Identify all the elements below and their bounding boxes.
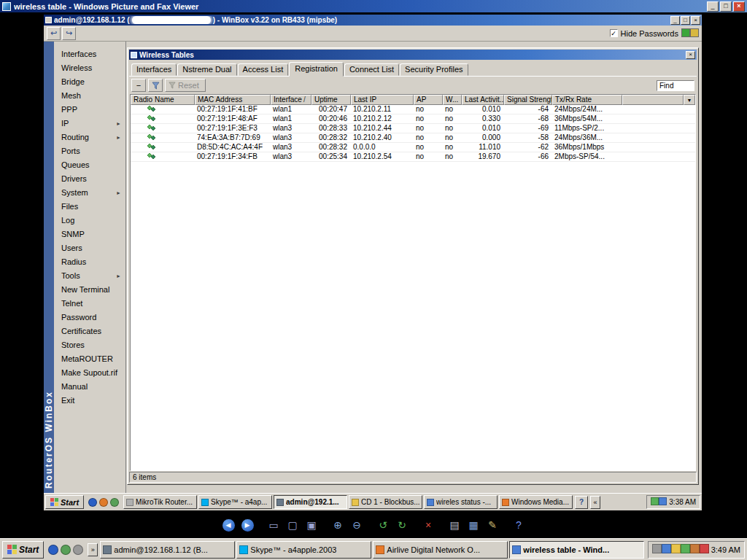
sidebar-item-ports[interactable]: Ports [54, 144, 125, 158]
chevron-right-icon[interactable]: » [88, 543, 98, 556]
undo-button[interactable]: ↩ [47, 27, 61, 40]
column-header-last-ip[interactable]: Last IP [351, 95, 414, 105]
edit-button[interactable]: ✎ [485, 518, 500, 532]
tab-interfaces[interactable]: Interfaces [131, 63, 177, 76]
task-button-airlive[interactable]: Airlive Digital Network O... [373, 541, 508, 559]
start-button[interactable]: Start [2, 541, 44, 559]
column-header-radio-name[interactable]: Radio Name [131, 95, 195, 105]
task-button-skype[interactable]: Skype™ - a4apple.2003 [236, 541, 371, 559]
quicklaunch-icon[interactable] [88, 498, 97, 507]
sidebar-item-manual[interactable]: Manual [54, 380, 125, 394]
quicklaunch-icon[interactable] [99, 498, 108, 507]
zoom-in-button[interactable]: ⊕ [330, 518, 345, 532]
sidebar-item-users[interactable]: Users [54, 241, 125, 255]
column-header-mac-address[interactable]: MAC Address [195, 95, 271, 105]
tray-icon[interactable] [662, 544, 671, 553]
sidebar-item-telnet[interactable]: Telnet [54, 297, 125, 311]
task-button-cd1[interactable]: CD 1 - Blockbus... [349, 495, 422, 509]
sidebar-item-snmp[interactable]: SNMP [54, 228, 125, 241]
minimize-button[interactable]: _ [707, 1, 719, 12]
zoom-out-button[interactable]: ⊖ [349, 518, 364, 532]
sidebar-item-exit[interactable]: Exit [54, 394, 125, 408]
sidebar-item-metarouter[interactable]: MetaROUTER [54, 352, 125, 366]
table-row[interactable]: 00:27:19:1F:3E:F3 wlan3 00:28:33 10.210.… [131, 124, 695, 133]
task-button-windows-media[interactable]: Windows Media... [499, 495, 573, 509]
quicklaunch-icon[interactable] [110, 498, 119, 507]
actual-size-button[interactable]: ▢ [285, 518, 300, 532]
sidebar-item-new-terminal[interactable]: New Terminal [54, 283, 125, 297]
chevron-left-icon[interactable]: « [590, 496, 600, 509]
task-button-admin[interactable]: admin@192.168.1.12 (B... [100, 541, 235, 559]
table-row[interactable]: D8:5D:4C:AC:A4:4F wlan3 00:28:32 0.0.0.0… [131, 143, 695, 152]
task-button-wireles-status[interactable]: wireles status -... [424, 495, 498, 509]
table-row[interactable]: 74:EA:3A:B7:7D:69 wlan3 00:28:32 10.210.… [131, 133, 695, 143]
close-icon[interactable]: × [686, 51, 695, 59]
tray-icon[interactable] [690, 544, 700, 553]
tab-access-list[interactable]: Access List [238, 63, 289, 76]
sidebar-item-queues[interactable]: Queues [54, 158, 125, 172]
sidebar-item-drivers[interactable]: Drivers [54, 172, 125, 186]
sidebar-item-radius[interactable]: Radius [54, 255, 125, 269]
tab-connect-list[interactable]: Connect List [344, 63, 399, 76]
hide-passwords-checkbox[interactable]: ✓ [610, 29, 618, 37]
sidebar-item-ppp[interactable]: PPP [54, 103, 125, 117]
tray-icon[interactable] [651, 497, 659, 505]
minimize-button[interactable]: _ [670, 16, 680, 25]
next-image-button[interactable]: ▶ [240, 518, 255, 532]
redo-button[interactable]: ↪ [62, 27, 76, 40]
sidebar-item-tools[interactable]: Tools ► [54, 269, 125, 283]
table-row[interactable]: 00:27:19:1F:34:FB wlan3 00:25:34 10.210.… [131, 152, 695, 162]
sidebar-item-log[interactable]: Log [54, 214, 125, 228]
quicklaunch-icon[interactable] [48, 545, 58, 555]
tab-registration[interactable]: Registration [289, 62, 344, 77]
slideshow-button[interactable]: ▣ [304, 518, 319, 532]
column-header-interface[interactable]: Interface/ [271, 95, 311, 105]
table-row[interactable]: 00:27:19:1F:41:BF wlan1 00:20:47 10.210.… [131, 105, 695, 114]
maximize-button[interactable]: □ [720, 1, 732, 12]
quicklaunch-icon[interactable] [61, 545, 71, 555]
sidebar-item-certificates[interactable]: Certificates [54, 324, 125, 338]
column-header-last-activity[interactable]: Last Activit... [462, 95, 504, 105]
remove-entry-button[interactable]: − [131, 79, 146, 92]
tab-security-profiles[interactable]: Security Profiles [400, 63, 468, 76]
print-button[interactable]: ▤ [447, 518, 462, 532]
rotate-counterclockwise-button[interactable]: ↺ [376, 518, 390, 532]
start-button[interactable]: Start [45, 495, 84, 509]
best-fit-button[interactable]: ▭ [266, 518, 281, 532]
delete-button[interactable]: × [421, 518, 436, 532]
quicklaunch-icon[interactable] [73, 545, 83, 555]
sidebar-item-ip[interactable]: IP ► [54, 117, 125, 131]
sidebar-item-routing[interactable]: Routing ► [54, 131, 125, 144]
sidebar-item-password[interactable]: Password [54, 311, 125, 324]
maximize-button[interactable]: □ [681, 16, 690, 25]
task-button-wireless-table[interactable]: wireless table - Wind... [509, 541, 644, 559]
reset-button[interactable]: Reset [165, 79, 206, 92]
task-button-admin[interactable]: admin@192.1... [274, 495, 347, 509]
sidebar-item-bridge[interactable]: Bridge [54, 75, 125, 89]
save-button[interactable]: ▦ [466, 518, 481, 532]
column-header-ap[interactable]: AP [414, 95, 443, 105]
task-button-skype[interactable]: Skype™ - a4ap... [198, 495, 272, 509]
tray-icon[interactable] [681, 544, 690, 553]
tray-icon[interactable] [671, 544, 681, 553]
wireless-tables-titlebar[interactable]: Wireless Tables × [129, 50, 697, 60]
tray-icon[interactable] [652, 544, 662, 553]
task-button-mikrotik-router[interactable]: MikroTik Router... [123, 495, 197, 509]
help-button[interactable]: ? [511, 518, 526, 532]
sidebar-item-mesh[interactable]: Mesh [54, 89, 125, 103]
find-input[interactable]: Find [657, 80, 694, 91]
sidebar-item-interfaces[interactable]: Interfaces [54, 47, 125, 61]
column-header-uptime[interactable]: Uptime [311, 95, 351, 105]
column-header-tx-rx-rate[interactable]: Tx/Rx Rate [552, 95, 622, 105]
help-window-button[interactable]: ? [575, 496, 588, 509]
sidebar-item-files[interactable]: Files [54, 200, 125, 214]
tab-nstreme-dual[interactable]: Nstreme Dual [177, 63, 236, 76]
column-header-wds[interactable]: W... [443, 95, 462, 105]
close-button[interactable]: × [733, 1, 745, 12]
tray-icon[interactable] [700, 544, 709, 553]
previous-image-button[interactable]: ◀ [221, 518, 236, 532]
filter-button[interactable] [148, 79, 163, 92]
tray-icon[interactable] [659, 497, 667, 505]
table-row[interactable]: 00:27:19:1F:48:AF wlan1 00:20:46 10.210.… [131, 114, 695, 124]
sidebar-item-wireless[interactable]: Wireless [54, 61, 125, 75]
